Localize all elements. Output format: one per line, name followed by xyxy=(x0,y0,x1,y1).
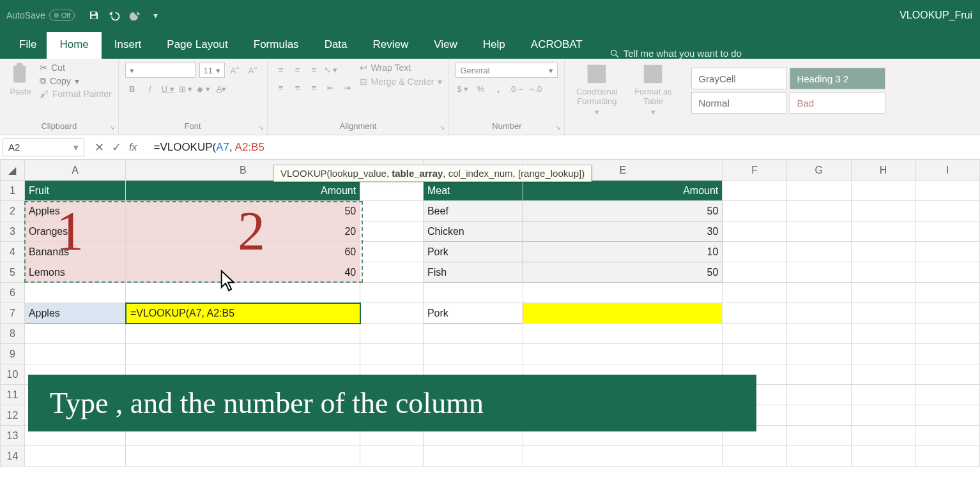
tab-formulas[interactable]: Formulas xyxy=(241,32,312,59)
cell-d5[interactable]: Fish xyxy=(423,262,523,283)
cell[interactable] xyxy=(523,344,723,364)
cell[interactable] xyxy=(786,405,851,426)
cell[interactable] xyxy=(851,426,915,446)
row-header[interactable]: 6 xyxy=(1,283,25,303)
cell[interactable] xyxy=(786,385,851,405)
cell-e2[interactable]: 50 xyxy=(523,201,723,221)
row-header[interactable]: 4 xyxy=(1,242,25,262)
comma-button[interactable]: , xyxy=(491,82,505,96)
cell[interactable] xyxy=(851,324,915,344)
row-header[interactable]: 8 xyxy=(1,324,25,344)
cell[interactable] xyxy=(915,426,980,446)
style-normal[interactable]: Normal xyxy=(691,92,787,114)
cell[interactable] xyxy=(360,324,424,344)
bold-button[interactable]: B xyxy=(125,82,139,96)
tab-view[interactable]: View xyxy=(421,32,470,59)
cell-b3[interactable]: 20 xyxy=(126,221,360,242)
cell-e3[interactable]: 30 xyxy=(523,221,723,242)
cell[interactable] xyxy=(24,283,126,303)
indent-decrease-button[interactable]: ⇤ xyxy=(324,80,338,94)
cell[interactable] xyxy=(915,364,980,385)
cell[interactable] xyxy=(523,283,723,303)
cell[interactable] xyxy=(851,221,915,242)
style-heading3[interactable]: Heading 3 2 xyxy=(790,68,885,89)
cell[interactable] xyxy=(786,324,851,344)
cell[interactable] xyxy=(915,262,980,283)
cell[interactable] xyxy=(915,201,980,221)
save-icon[interactable] xyxy=(88,9,100,22)
font-size-combo[interactable]: 11▾ xyxy=(199,63,225,78)
align-center-button[interactable]: ≡ xyxy=(291,80,305,94)
cell[interactable] xyxy=(915,446,980,467)
row-header[interactable]: 12 xyxy=(1,405,25,426)
row-header[interactable]: 14 xyxy=(1,446,25,467)
col-header-h[interactable]: H xyxy=(851,160,915,181)
cell-a3[interactable]: Oranges xyxy=(24,221,126,242)
cell[interactable] xyxy=(786,446,851,467)
format-as-table-button[interactable]: Format as Table ▾ xyxy=(627,63,678,120)
cell[interactable] xyxy=(851,364,915,385)
col-header-g[interactable]: G xyxy=(786,160,851,181)
cell[interactable] xyxy=(723,221,787,242)
cell-e5[interactable]: 50 xyxy=(523,262,723,283)
align-middle-button[interactable]: ≡ xyxy=(291,63,305,77)
row-header[interactable]: 7 xyxy=(1,303,25,324)
shrink-font-button[interactable]: A˅ xyxy=(247,63,261,77)
cell[interactable] xyxy=(915,242,980,262)
name-box[interactable]: A2 ▾ xyxy=(3,138,84,156)
decrease-decimal-button[interactable]: →.0 xyxy=(527,82,541,96)
cell[interactable] xyxy=(786,364,851,385)
cell[interactable] xyxy=(723,303,787,324)
cell[interactable] xyxy=(126,344,360,364)
increase-decimal-button[interactable]: .0→ xyxy=(509,82,523,96)
cell-b1[interactable]: Amount xyxy=(126,181,360,201)
cell[interactable] xyxy=(723,201,787,221)
redo-icon[interactable] xyxy=(128,9,141,22)
tell-me-search[interactable]: Tell me what you want to do xyxy=(609,48,742,59)
tab-page-layout[interactable]: Page Layout xyxy=(154,32,240,59)
cell[interactable] xyxy=(126,446,360,467)
row-header[interactable]: 11 xyxy=(1,385,25,405)
font-name-combo[interactable]: ▾ xyxy=(125,63,195,78)
undo-icon[interactable] xyxy=(108,9,121,22)
select-all-corner[interactable]: ◢ xyxy=(1,160,25,181)
cell[interactable] xyxy=(423,446,523,467)
cell[interactable] xyxy=(915,303,980,324)
cell[interactable] xyxy=(786,283,851,303)
cancel-formula-button[interactable]: ✕ xyxy=(95,140,104,154)
fill-color-button[interactable]: ◆ ▾ xyxy=(197,82,211,96)
cell[interactable] xyxy=(851,242,915,262)
cell[interactable] xyxy=(851,262,915,283)
cell[interactable] xyxy=(723,324,787,344)
merge-center-button[interactable]: ⊟Merge & Center ▾ xyxy=(360,77,443,87)
cell[interactable] xyxy=(24,344,126,364)
paste-button[interactable]: Paste xyxy=(6,63,34,120)
cell[interactable] xyxy=(126,324,360,344)
qat-more-icon[interactable]: ▾ xyxy=(149,9,162,22)
cell-e7[interactable] xyxy=(523,303,723,324)
tab-help[interactable]: Help xyxy=(470,32,518,59)
cell-a2[interactable]: Apples xyxy=(24,201,126,221)
row-header[interactable]: 3 xyxy=(1,221,25,242)
cell[interactable] xyxy=(723,344,787,364)
tab-acrobat[interactable]: ACROBAT xyxy=(518,32,595,59)
cell[interactable] xyxy=(851,446,915,467)
align-top-button[interactable]: ≡ xyxy=(274,63,288,77)
cell[interactable] xyxy=(723,242,787,262)
cell[interactable] xyxy=(786,426,851,446)
indent-increase-button[interactable]: ⇥ xyxy=(341,80,355,94)
cell[interactable] xyxy=(915,324,980,344)
tab-review[interactable]: Review xyxy=(360,32,422,59)
cell[interactable] xyxy=(360,242,424,262)
cell[interactable] xyxy=(360,446,424,467)
cell-b2[interactable]: 50 xyxy=(126,201,360,221)
style-graycell[interactable]: GrayCell xyxy=(691,68,787,89)
align-bottom-button[interactable]: ≡ xyxy=(307,63,321,77)
cell[interactable] xyxy=(24,324,126,344)
cell[interactable] xyxy=(851,283,915,303)
cell[interactable] xyxy=(786,181,851,201)
align-right-button[interactable]: ≡ xyxy=(307,80,321,94)
style-bad[interactable]: Bad xyxy=(790,92,885,114)
cell[interactable] xyxy=(851,201,915,221)
tab-file[interactable]: File xyxy=(9,32,47,59)
